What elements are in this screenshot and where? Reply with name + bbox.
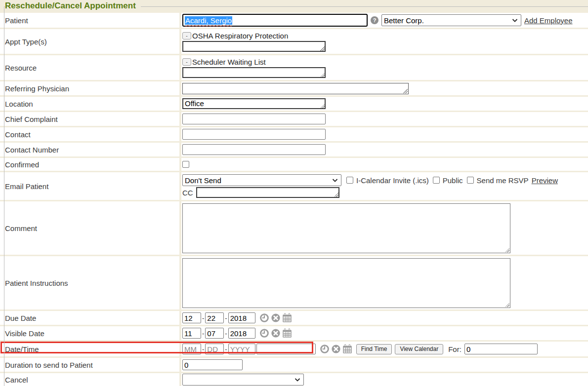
company-select-value: Better Corp. <box>384 16 424 25</box>
send-me-rsvp-label: Send me RSVP <box>477 176 529 185</box>
row-cancel: Cancel <box>0 373 588 386</box>
row-due-date: Due Date - - <box>0 311 588 325</box>
icalendar-invite-label: I-Calendar Invite (.ics) <box>356 176 429 185</box>
date-time-month-input[interactable] <box>182 344 201 354</box>
email-send-select[interactable]: Don't Send <box>182 174 341 186</box>
date-time-year-input[interactable] <box>228 344 255 354</box>
date-separator: - <box>202 346 204 353</box>
contact-label: Contact <box>0 127 179 141</box>
chevron-down-icon <box>294 378 300 382</box>
row-contact: Contact <box>0 127 588 141</box>
chief-complaint-input[interactable] <box>182 114 326 124</box>
email-send-select-value: Don't Send <box>185 176 221 185</box>
appt-type-selected-item: OSHA Respiratory Protection <box>192 32 288 40</box>
row-comment: Comment <box>0 201 588 255</box>
email-patient-label: Email Patient <box>0 172 179 200</box>
row-visible-date: Visible Date - - <box>0 326 588 340</box>
add-employee-link[interactable]: Add Employee <box>524 16 573 25</box>
patient-instructions-label: Patient Instructions <box>0 256 179 309</box>
row-email-patient: Email Patient Don't Send I-Calendar Invi… <box>0 172 588 200</box>
appt-type-search-input[interactable] <box>182 41 326 52</box>
confirmed-checkbox[interactable] <box>182 161 189 168</box>
appt-type-label: Appt Type(s) <box>0 29 179 54</box>
patient-input[interactable]: Acardi, Sergio <box>182 14 368 27</box>
location-input[interactable]: Office <box>182 98 326 109</box>
cancel-label: Cancel <box>0 373 179 386</box>
confirmed-label: Confirmed <box>0 158 179 171</box>
remove-resource-button[interactable]: - <box>182 58 191 66</box>
row-location: Location Office <box>0 97 588 111</box>
preview-link[interactable]: Preview <box>532 176 558 185</box>
row-appt-type: Appt Type(s) - OSHA Respiratory Protecti… <box>0 29 588 54</box>
referring-physician-input[interactable] <box>182 83 409 94</box>
calendar-icon[interactable] <box>342 344 352 354</box>
cancel-select[interactable] <box>182 374 304 386</box>
public-label: Public <box>443 176 463 185</box>
row-patient: Patient Acardi, Sergio ? Better Corp. Ad… <box>0 13 588 28</box>
row-chief-complaint: Chief Complaint <box>0 112 588 126</box>
reschedule-cancel-appointment-form: Reschedule/Cancel Appointment Patient Ac… <box>0 0 588 386</box>
date-time-day-input[interactable] <box>205 344 224 354</box>
date-separator: - <box>225 330 227 337</box>
calendar-icon[interactable] <box>282 328 292 338</box>
clear-date-icon[interactable] <box>271 328 281 338</box>
comment-input[interactable] <box>182 203 510 253</box>
visible-date-day-input[interactable] <box>205 328 224 339</box>
date-separator: - <box>225 346 227 353</box>
due-date-day-input[interactable] <box>205 312 224 323</box>
patient-input-selected-text: Acardi, Sergio <box>185 16 232 25</box>
visible-date-label: Visible Date <box>0 326 179 340</box>
due-date-label: Due Date <box>0 311 179 325</box>
icalendar-invite-checkbox[interactable] <box>346 177 353 184</box>
location-label: Location <box>0 97 179 111</box>
date-separator: - <box>202 314 204 322</box>
row-duration: Duration to send to Patient <box>0 358 588 372</box>
remove-appt-type-button[interactable]: - <box>182 32 191 39</box>
patient-instructions-input[interactable] <box>182 258 510 308</box>
clear-date-icon[interactable] <box>271 313 281 323</box>
clear-date-icon[interactable] <box>331 344 341 354</box>
row-contact-number: Contact Number <box>0 143 588 156</box>
due-date-year-input[interactable] <box>228 312 255 323</box>
view-calendar-button[interactable]: View Calendar <box>395 344 443 354</box>
contact-input[interactable] <box>182 129 326 140</box>
find-time-button[interactable]: Find Time <box>356 344 392 354</box>
referring-physician-label: Referring Physician <box>0 81 179 95</box>
page-title: Reschedule/Cancel Appointment <box>5 1 141 11</box>
date-time-label: Date/Time <box>0 342 179 356</box>
visible-date-month-input[interactable] <box>182 328 201 339</box>
row-patient-instructions: Patient Instructions <box>0 256 588 309</box>
resource-selected-item: Scheduler Waiting List <box>192 58 266 66</box>
public-checkbox[interactable] <box>433 177 440 184</box>
duration-label: Duration to send to Patient <box>0 358 179 372</box>
chief-complaint-label: Chief Complaint <box>0 112 179 126</box>
chevron-down-icon <box>512 19 518 22</box>
date-separator: - <box>225 314 227 322</box>
clock-icon[interactable] <box>259 313 269 323</box>
chevron-down-icon <box>332 179 338 182</box>
duration-input[interactable] <box>182 359 243 370</box>
patient-label: Patient <box>0 13 179 28</box>
row-referring-physician: Referring Physician <box>0 81 588 95</box>
cc-label: CC <box>182 189 193 197</box>
contact-number-input[interactable] <box>182 144 326 155</box>
for-input[interactable] <box>464 344 538 354</box>
title-band: Reschedule/Cancel Appointment <box>0 0 588 13</box>
send-me-rsvp-checkbox[interactable] <box>467 177 474 184</box>
for-label: For: <box>448 345 462 353</box>
row-resource: Resource - Scheduler Waiting List <box>0 55 588 80</box>
date-separator: - <box>202 330 204 337</box>
due-date-month-input[interactable] <box>182 312 201 323</box>
clock-icon[interactable] <box>259 328 269 338</box>
help-icon[interactable]: ? <box>371 16 378 24</box>
company-select[interactable]: Better Corp. <box>381 14 521 26</box>
resource-search-input[interactable] <box>182 67 326 78</box>
date-time-time-input[interactable] <box>256 344 316 354</box>
row-confirmed: Confirmed <box>0 158 588 171</box>
cc-input[interactable] <box>196 187 339 198</box>
calendar-icon[interactable] <box>282 313 292 323</box>
clock-icon[interactable] <box>320 344 330 354</box>
row-date-time: Date/Time - - Find Time View Calendar Fo… <box>0 342 588 356</box>
comment-label: Comment <box>0 201 179 255</box>
visible-date-year-input[interactable] <box>228 328 255 339</box>
